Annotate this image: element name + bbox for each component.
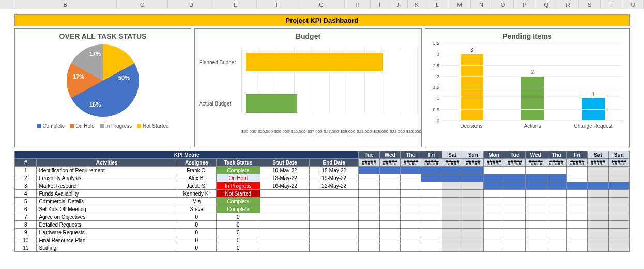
- gantt-cell[interactable]: [463, 221, 483, 229]
- gantt-cell[interactable]: [546, 167, 566, 174]
- gantt-cell[interactable]: [421, 244, 442, 252]
- table-cell[interactable]: 0: [177, 229, 216, 236]
- gantt-cell[interactable]: [442, 244, 463, 252]
- gantt-cell[interactable]: [421, 182, 442, 190]
- gantt-cell[interactable]: [567, 221, 588, 229]
- gantt-cell[interactable]: [421, 229, 442, 236]
- gantt-cell[interactable]: [442, 190, 463, 198]
- gantt-cell[interactable]: [525, 167, 546, 174]
- gantt-cell[interactable]: [359, 174, 379, 182]
- gantt-cell[interactable]: [546, 221, 566, 229]
- column-header[interactable]: F: [257, 0, 298, 9]
- table-cell[interactable]: Complete: [216, 198, 260, 205]
- table-cell[interactable]: 2: [15, 174, 37, 182]
- gantt-cell[interactable]: [546, 198, 566, 205]
- gantt-cell[interactable]: [463, 174, 483, 182]
- table-row[interactable]: 3Market ResearchJacob S.In Progress16-Ma…: [15, 182, 630, 190]
- table-cell[interactable]: 19-May-22: [310, 174, 359, 182]
- gantt-cell[interactable]: [546, 229, 566, 236]
- table-cell[interactable]: [260, 244, 309, 252]
- gantt-cell[interactable]: [608, 229, 629, 236]
- column-header[interactable]: I: [371, 0, 389, 9]
- gantt-cell[interactable]: [546, 236, 566, 244]
- gantt-cell[interactable]: [608, 236, 629, 244]
- gantt-cell[interactable]: [463, 244, 483, 252]
- gantt-cell[interactable]: [525, 198, 546, 205]
- column-header[interactable]: N: [471, 0, 493, 9]
- gantt-cell[interactable]: [504, 167, 525, 174]
- gantt-cell[interactable]: [567, 167, 588, 174]
- table-cell[interactable]: [310, 198, 359, 205]
- table-cell[interactable]: Complete: [216, 167, 260, 174]
- gantt-cell[interactable]: [504, 198, 525, 205]
- gantt-cell[interactable]: [421, 190, 442, 198]
- gantt-cell[interactable]: [442, 167, 463, 174]
- gantt-cell[interactable]: [379, 167, 400, 174]
- gantt-cell[interactable]: [400, 198, 421, 205]
- gantt-cell[interactable]: [608, 167, 629, 174]
- column-header[interactable]: K: [408, 0, 426, 9]
- table-cell[interactable]: 4: [15, 190, 37, 198]
- gantt-cell[interactable]: [400, 190, 421, 198]
- gantt-cell[interactable]: [359, 167, 379, 174]
- gantt-cell[interactable]: [400, 167, 421, 174]
- table-cell[interactable]: Feasbility Analysis: [37, 174, 177, 182]
- table-cell[interactable]: Jacob S.: [177, 182, 216, 190]
- gantt-cell[interactable]: [400, 174, 421, 182]
- gantt-cell[interactable]: [525, 205, 546, 213]
- gantt-cell[interactable]: [400, 244, 421, 252]
- gantt-cell[interactable]: [463, 236, 483, 244]
- gantt-cell[interactable]: [608, 174, 629, 182]
- gantt-cell[interactable]: [567, 205, 588, 213]
- gantt-cell[interactable]: [546, 182, 566, 190]
- gantt-cell[interactable]: [525, 182, 546, 190]
- table-cell[interactable]: [310, 244, 359, 252]
- table-cell[interactable]: 16-May-22: [260, 182, 309, 190]
- gantt-cell[interactable]: [525, 174, 546, 182]
- gantt-cell[interactable]: [359, 229, 379, 236]
- column-header[interactable]: G: [298, 0, 345, 9]
- gantt-cell[interactable]: [608, 205, 629, 213]
- table-cell[interactable]: Final Resource Plan: [37, 236, 177, 244]
- kpi-metric-table[interactable]: KPI Metric Tue Wed Thu Fri Sat Sun Mon T…: [14, 151, 630, 252]
- table-cell[interactable]: 3: [15, 182, 37, 190]
- gantt-cell[interactable]: [525, 213, 546, 221]
- gantt-cell[interactable]: [463, 190, 483, 198]
- gantt-cell[interactable]: [400, 229, 421, 236]
- gantt-cell[interactable]: [567, 182, 588, 190]
- gantt-cell[interactable]: [504, 174, 525, 182]
- table-row[interactable]: 11Staffing00: [15, 244, 630, 252]
- gantt-cell[interactable]: [504, 190, 525, 198]
- gantt-cell[interactable]: [588, 236, 608, 244]
- table-row[interactable]: 8Detailed Requests00: [15, 221, 630, 229]
- table-cell[interactable]: Steve: [177, 205, 216, 213]
- gantt-cell[interactable]: [421, 213, 442, 221]
- gantt-cell[interactable]: [379, 244, 400, 252]
- column-header[interactable]: T: [601, 0, 622, 9]
- gantt-cell[interactable]: [421, 221, 442, 229]
- gantt-cell[interactable]: [588, 167, 608, 174]
- gantt-cell[interactable]: [484, 229, 504, 236]
- gantt-cell[interactable]: [546, 190, 566, 198]
- table-row[interactable]: 5Commercial DetailsMiaComplete: [15, 198, 630, 205]
- gantt-cell[interactable]: [379, 229, 400, 236]
- table-cell[interactable]: 10: [15, 236, 37, 244]
- gantt-cell[interactable]: [379, 205, 400, 213]
- table-cell[interactable]: Staffing: [37, 244, 177, 252]
- gantt-cell[interactable]: [525, 244, 546, 252]
- gantt-cell[interactable]: [400, 205, 421, 213]
- gantt-cell[interactable]: [608, 244, 629, 252]
- gantt-cell[interactable]: [359, 182, 379, 190]
- table-cell[interactable]: [260, 190, 309, 198]
- column-header[interactable]: L: [426, 0, 449, 9]
- table-row[interactable]: 7Agree on Objectives00: [15, 213, 630, 221]
- gantt-cell[interactable]: [400, 221, 421, 229]
- column-header[interactable]: R: [557, 0, 579, 9]
- gantt-cell[interactable]: [421, 174, 442, 182]
- table-row[interactable]: 9Hardware Requests00: [15, 229, 630, 236]
- table-cell[interactable]: On Hold: [216, 174, 260, 182]
- gantt-cell[interactable]: [567, 244, 588, 252]
- gantt-cell[interactable]: [567, 190, 588, 198]
- table-row[interactable]: 4Funds AvailabilityKennedy K.Not Started: [15, 190, 630, 198]
- table-cell[interactable]: Identification of Requirement: [37, 167, 177, 174]
